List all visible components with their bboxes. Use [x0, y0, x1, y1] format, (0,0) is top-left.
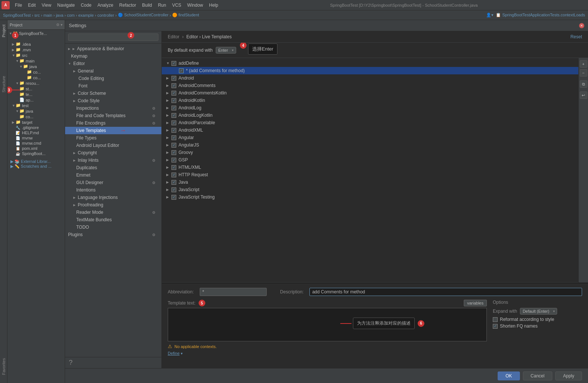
tpl-android-checkbox[interactable]: ✓ [171, 76, 176, 81]
tpl-httprequest-checkbox[interactable]: ✓ [171, 173, 176, 177]
breadcrumb-main[interactable]: main [44, 13, 52, 17]
tpl-javascripttesting-checkbox[interactable]: ✓ [171, 195, 176, 200]
menu-edit[interactable]: Edit [25, 1, 39, 9]
tree-mvn[interactable]: ▶ 📁 .mvn [7, 47, 65, 52]
tpl-group-androidxml-header[interactable]: ▶ ✓ AndroidXML [162, 126, 578, 134]
shorten-checkbox[interactable]: ✓ [493, 324, 498, 329]
nav-file-types[interactable]: File Types [65, 134, 161, 142]
undo-button[interactable]: ↩ [580, 91, 587, 99]
tpl-item-add-comments[interactable]: ✓ * (add Comments for method) [162, 67, 578, 74]
nav-proofreading[interactable]: ▶ Proofreading [65, 201, 161, 209]
tpl-javascript-checkbox[interactable]: ✓ [171, 187, 176, 192]
tpl-group-androidcomments-header[interactable]: ▶ ✓ AndroidComments [162, 82, 578, 89]
menu-help[interactable]: Help [206, 1, 221, 9]
tree-helpmd[interactable]: 📝 HELP.md [7, 130, 65, 135]
nav-color-scheme[interactable]: ▶ Color Scheme [65, 90, 161, 97]
remove-button[interactable]: − [580, 69, 587, 77]
apply-button[interactable]: Apply [555, 371, 582, 380]
breadcrumb-src[interactable]: src [34, 13, 40, 17]
springboottest-apptest[interactable]: 📋 SpringBootTestApplicationTests.context… [496, 13, 585, 17]
tree-java[interactable]: ▼ 📁 java [7, 64, 65, 69]
tpl-androidcommentskotlin-checkbox[interactable]: ✓ [171, 91, 176, 96]
tpl-group-adddefine-header[interactable]: ▼ ✓ addDefine [162, 59, 578, 67]
menu-analyze[interactable]: Analyze [94, 1, 116, 9]
tpl-group-androidlog-header[interactable]: ▶ ✓ AndroidLog [162, 104, 578, 112]
menu-code[interactable]: Code [78, 1, 94, 9]
tpl-gsp-checkbox[interactable]: ✓ [171, 158, 176, 162]
tpl-group-android-header[interactable]: ▶ ✓ Android [162, 74, 578, 82]
tpl-java-checkbox[interactable]: ✓ [171, 180, 176, 185]
tpl-group-angular-header[interactable]: ▶ ✓ Angular [162, 134, 578, 141]
tpl-group-gsp-header[interactable]: ▶ ✓ GSP [162, 156, 578, 164]
menu-build[interactable]: Build [139, 1, 155, 9]
tree-main[interactable]: ▼ 📁 main [7, 58, 65, 64]
nav-todo[interactable]: TODO [65, 223, 161, 231]
variables-button[interactable]: variables [464, 300, 487, 306]
reformat-checkbox[interactable] [493, 317, 498, 322]
tree-mvnwcmd[interactable]: 📄 mvnw.cmd [7, 141, 65, 146]
tree-ap[interactable]: 📄 ap... [7, 97, 65, 103]
tpl-group-androidkotlin-header[interactable]: ▶ ✓ AndroidKotlin [162, 97, 578, 104]
nav-live-templates[interactable]: → Live Templates [65, 127, 161, 134]
nav-plugins[interactable]: Plugins ⚙ [65, 231, 161, 238]
tpl-group-groovy-header[interactable]: ▶ ✓ Groovy [162, 149, 578, 156]
tpl-group-androidlogkotlin-header[interactable]: ▶ ✓ AndroidLogKotlin [162, 112, 578, 119]
tpl-group-androidparcelable-header[interactable]: ▶ ✓ AndroidParcelable [162, 119, 578, 126]
breadcrumb-java[interactable]: java [56, 13, 63, 17]
tpl-androidlog-checkbox[interactable]: ✓ [171, 106, 176, 110]
tpl-group-javascripttesting-header[interactable]: ▶ ✓ JavaScript Testing [162, 193, 578, 201]
scratches[interactable]: ▶ ✏️ Scratches and ... [7, 164, 65, 169]
tpl-androidxml-checkbox[interactable]: ✓ [171, 128, 176, 133]
breadcrumb-com[interactable]: com [67, 13, 75, 17]
external-libraries[interactable]: ▶ 📚 External Librar... [7, 159, 65, 164]
add-button[interactable]: + [580, 60, 587, 68]
breadcrumb-schoolstudentcontroller[interactable]: 🔵 SchoolStudentController [118, 13, 168, 17]
nav-intentions[interactable]: Intentions [65, 186, 161, 194]
nav-general[interactable]: ▶ General [65, 67, 161, 75]
nav-duplicates[interactable]: Duplicates [65, 164, 161, 171]
menu-run[interactable]: Run [155, 1, 169, 9]
tpl-item-checkbox[interactable]: ✓ [179, 68, 184, 73]
nav-inspections[interactable]: Inspections ⚙ [65, 104, 161, 112]
tpl-group-httprequest-header[interactable]: ▶ ✓ HTTP Request [162, 171, 578, 178]
nav-file-encodings[interactable]: File Encodings ⚙ [65, 119, 161, 127]
tpl-group-javascript-header[interactable]: ▶ ✓ JavaScript [162, 186, 578, 193]
breadcrumb-findstudent[interactable]: 🟠 findStudent [172, 13, 199, 17]
menu-vcs[interactable]: VCS [169, 1, 184, 9]
project-header-icon[interactable]: ⚙ ▾ [56, 23, 62, 27]
settings-search-input[interactable] [68, 33, 158, 41]
tpl-androidparcelable-checkbox[interactable]: ✓ [171, 120, 176, 125]
abbreviation-input[interactable] [200, 288, 267, 296]
tpl-angularjs-checkbox[interactable]: ✓ [171, 143, 176, 148]
tpl-androidkotlin-checkbox[interactable]: ✓ [171, 98, 176, 103]
tree-gitignore[interactable]: 🔧 .gitignore [7, 125, 65, 130]
reset-button[interactable]: Reset [571, 34, 582, 39]
breadcrumb-example[interactable]: example [78, 13, 94, 17]
tree-test[interactable]: ▼ 📁 test [7, 103, 65, 108]
nav-android-layout[interactable]: Android Layout Editor [65, 142, 161, 149]
tree-idea[interactable]: ▶ 📁 .idea [7, 41, 65, 47]
template-text-area[interactable] [168, 308, 487, 341]
tpl-androidlogkotlin-checkbox[interactable]: ✓ [171, 113, 176, 118]
tpl-group-angularjs-header[interactable]: ▶ ✓ AngularJS [162, 141, 578, 149]
nav-language-injections[interactable]: ▶ Language Injections [65, 194, 161, 201]
nav-code-style[interactable]: ▶ Code Style [65, 97, 161, 104]
tree-co2[interactable]: 📁 co... [7, 75, 65, 80]
cancel-button[interactable]: Cancel [523, 371, 552, 380]
tree-co3[interactable]: 📁 co... [7, 114, 65, 119]
expand-with-option-select[interactable]: Default (Enter) [520, 308, 557, 315]
tree-java2[interactable]: ▼ 📁 java [7, 108, 65, 114]
profile-icon[interactable]: 👤▾ [486, 13, 494, 17]
description-input[interactable] [309, 288, 582, 296]
tpl-androidcomments-checkbox[interactable]: ✓ [171, 83, 176, 88]
tree-src[interactable]: ▼ 📁 src [7, 52, 65, 58]
tree-co1[interactable]: 📁 co... [7, 69, 65, 75]
tree-mvnw[interactable]: 📄 mvnw [7, 135, 65, 141]
tree-resources[interactable]: ▼ 📁 resou... [7, 80, 65, 86]
close-button[interactable]: ✕ [579, 23, 584, 28]
tpl-angular-checkbox[interactable]: ✓ [171, 135, 176, 140]
help-button[interactable]: ? [69, 359, 73, 367]
nav-editor[interactable]: ▼ Editor [65, 60, 161, 67]
tree-pomxml[interactable]: 📋 pom.xml [7, 146, 65, 151]
tree-springboot[interactable]: ☕ SpringBoot... [7, 151, 65, 156]
